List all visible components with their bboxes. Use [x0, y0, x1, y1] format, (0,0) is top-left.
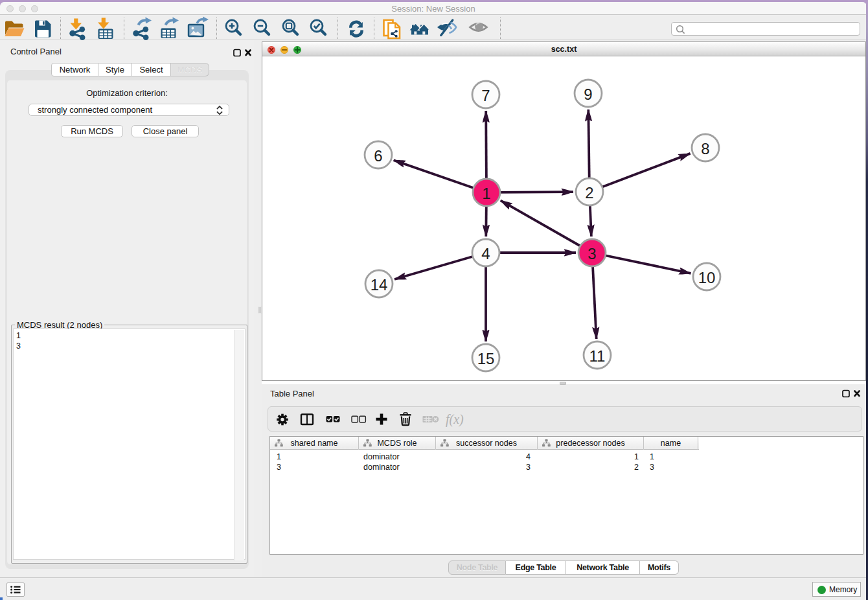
svg-text:15: 15: [477, 350, 495, 367]
svg-text:f(x): f(x): [446, 412, 464, 427]
svg-text:8: 8: [701, 140, 709, 157]
svg-text:3: 3: [588, 245, 596, 262]
svg-text:10: 10: [698, 269, 716, 286]
svg-text:6: 6: [374, 147, 382, 165]
svg-text:11: 11: [589, 347, 606, 365]
svg-text:4: 4: [481, 245, 490, 262]
svg-text:7: 7: [481, 87, 490, 104]
svg-text:9: 9: [584, 86, 592, 103]
svg-text:1: 1: [482, 185, 490, 202]
svg-text:14: 14: [371, 276, 388, 294]
svg-text:2: 2: [585, 184, 593, 202]
